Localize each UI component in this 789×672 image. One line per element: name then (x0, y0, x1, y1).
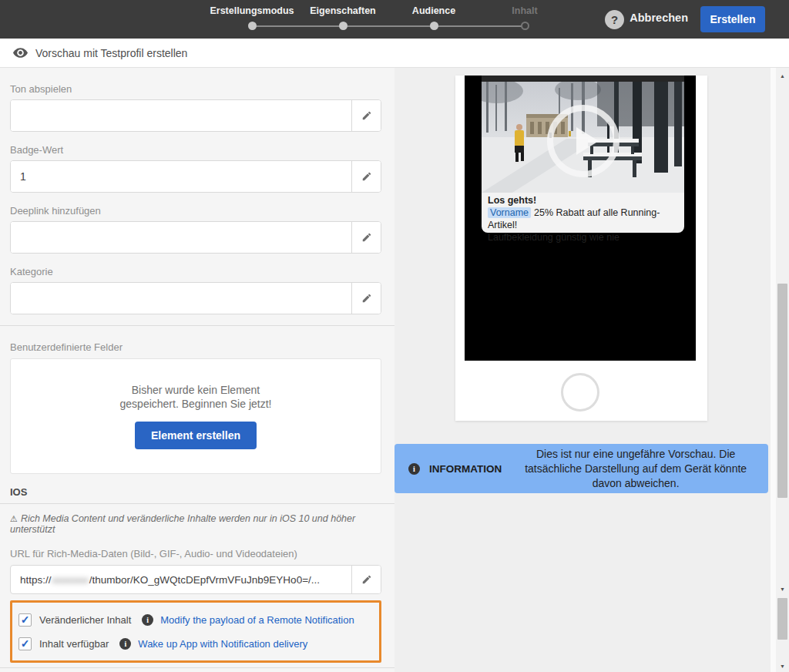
section-title-ios: iOS (10, 486, 381, 499)
info-banner-text: Dies ist nur eine ungefähre Vorschau. Di… (514, 447, 757, 491)
mutable-content-checkbox[interactable]: ✓ (18, 613, 32, 627)
field-label-category: Kategorie (10, 266, 381, 278)
rich-media-url-input[interactable]: https://xxxxxxx/thumbor/KO_gWQtcDEpfVrmV… (11, 566, 351, 593)
info-icon[interactable]: i (142, 614, 153, 626)
ios-warning: ⚠Rich Media Content und veränderliche In… (10, 513, 381, 535)
vertical-scrollbar[interactable]: ▲ ▼ ▼ (776, 68, 789, 672)
custom-fields-empty-card: Bisher wurde kein Element gespeichert. B… (10, 358, 381, 474)
empty-state-text: gespeichert. Beginnen Sie jetzt! (120, 397, 272, 411)
edit-sound-button[interactable] (351, 100, 381, 131)
rich-media-url-group: https://xxxxxxx/thumbor/KO_gWQtcDEpfVrmV… (10, 565, 381, 594)
step-dot-icon (339, 22, 347, 30)
scroll-down-icon[interactable]: ▼ (776, 584, 789, 595)
pencil-icon (361, 110, 372, 121)
divider (0, 667, 394, 668)
field-label-badge: Badge-Wert (10, 144, 381, 156)
screen-top-strip (482, 76, 684, 82)
phone-screen: Los gehts! Vorname25% Rabatt auf alle Ru… (465, 76, 696, 361)
category-input[interactable] (11, 283, 351, 314)
step-label: Erstellungsmodus (206, 4, 297, 18)
wizard-header: Erstellungsmodus Eigenschaften Audience … (0, 0, 789, 39)
step-label: Audience (388, 4, 479, 18)
preview-pane: Los gehts! Vorname25% Rabatt auf alle Ru… (394, 68, 771, 672)
divider (0, 503, 394, 504)
create-element-button[interactable]: Element erstellen (135, 422, 257, 449)
step-dot-icon (521, 22, 529, 30)
device-preview-card: Los gehts! Vorname25% Rabatt auf alle Ru… (455, 76, 707, 421)
home-button-icon (561, 373, 599, 412)
edit-deeplink-button[interactable] (351, 222, 381, 253)
info-banner-label: INFORMATION (429, 463, 502, 475)
edit-badge-button[interactable] (351, 161, 381, 192)
eye-icon (13, 48, 28, 58)
badge-field-group (10, 160, 381, 193)
pane-gap (771, 68, 776, 672)
edit-category-button[interactable] (351, 283, 381, 314)
cancel-button[interactable]: Abbrechen (630, 12, 688, 24)
edit-url-button[interactable] (351, 566, 381, 593)
category-field-group (10, 282, 381, 314)
info-icon: i (408, 463, 420, 475)
step-dot-icon (248, 22, 257, 30)
divider (0, 325, 394, 326)
info-icon[interactable]: i (119, 638, 131, 650)
pencil-icon (361, 232, 372, 243)
content-available-label: Inhalt verfügbar (39, 638, 109, 650)
empty-state-text: Bisher wurde kein Element (132, 383, 260, 397)
preview-toolbar: Vorschau mit Testprofil erstellen (0, 39, 789, 68)
url-prefix: https:// (20, 574, 52, 586)
field-label-deeplink: Deeplink hinzufügen (10, 205, 381, 217)
content-available-doc-link[interactable]: Wake up App with Notification delivery (138, 638, 307, 650)
url-suffix: /thumbor/KO_gWQtcDEpfVrmVFuJnb9EYHo0=/..… (89, 574, 320, 586)
personalization-token: Vorname (488, 207, 531, 218)
preview-toolbar-label: Vorschau mit Testprofil erstellen (35, 47, 187, 59)
warning-icon: ⚠ (10, 514, 18, 523)
preview-image (482, 82, 684, 193)
pencil-icon (361, 171, 372, 182)
wizard-stepper: Erstellungsmodus Eigenschaften Audience … (206, 4, 569, 35)
field-label-sound: Ton abspielen (10, 83, 381, 96)
step-label: Inhalt (479, 4, 570, 18)
redacted-domain: xxxxxxx (52, 574, 89, 586)
notification-body-line1: Vorname25% Rabatt auf alle Running-Artik… (488, 207, 678, 231)
play-icon (547, 105, 619, 177)
scrollbar-thumb[interactable] (777, 598, 787, 640)
pencil-icon (361, 293, 372, 304)
step-inhalt[interactable]: Inhalt (479, 4, 570, 30)
check-icon: ✓ (21, 638, 30, 649)
notification-preview: Los gehts! Vorname25% Rabatt auf alle Ru… (482, 193, 684, 233)
step-label: Eigenschaften (297, 4, 388, 18)
badge-input[interactable] (11, 161, 351, 192)
content-available-checkbox[interactable]: ✓ (18, 637, 32, 650)
pencil-icon (361, 574, 372, 585)
content-form-pane: Ton abspielen Badge-Wert Deeplink hinzuf… (0, 68, 394, 672)
content-available-row: ✓ Inhalt verfügbar i Wake up App with No… (18, 634, 373, 653)
scroll-up-icon[interactable]: ▲ (776, 71, 789, 82)
ios-warning-text: Rich Media Content und veränderliche Inh… (10, 513, 355, 535)
scroll-down-icon[interactable]: ▼ (776, 661, 789, 672)
rich-media-url-label: URL für Rich-Media-Daten (Bild-, GIF-, A… (10, 548, 381, 560)
notification-body-line2: Laufbekleidung günstig wie nie (488, 231, 678, 244)
help-icon[interactable]: ? (605, 10, 624, 29)
app-window: Erstellungsmodus Eigenschaften Audience … (0, 0, 789, 672)
scrollbar-thumb[interactable] (777, 284, 787, 498)
step-erstellungsmodus[interactable]: Erstellungsmodus (206, 4, 297, 30)
deeplink-field-group (10, 221, 381, 254)
info-banner: i INFORMATION Dies ist nur eine ungefähr… (394, 444, 768, 493)
sound-input[interactable] (11, 100, 351, 131)
mutable-content-label: Veränderlicher Inhalt (39, 614, 131, 626)
step-audience[interactable]: Audience (388, 4, 479, 30)
step-eigenschaften[interactable]: Eigenschaften (297, 4, 388, 30)
step-dot-icon (430, 22, 438, 30)
check-icon: ✓ (21, 614, 30, 625)
create-button[interactable]: Erstellen (700, 6, 765, 32)
mutable-content-doc-link[interactable]: Modify the payload of a Remote Notificat… (160, 614, 354, 626)
deeplink-input[interactable] (11, 222, 351, 253)
custom-fields-label: Benutzerdefinierte Felder (10, 341, 381, 354)
mutable-content-row: ✓ Veränderlicher Inhalt i Modify the pay… (18, 610, 373, 629)
ios-flags-highlight-box: ✓ Veränderlicher Inhalt i Modify the pay… (10, 600, 381, 663)
notification-title: Los gehts! (488, 194, 678, 207)
sound-field-group (10, 99, 381, 132)
